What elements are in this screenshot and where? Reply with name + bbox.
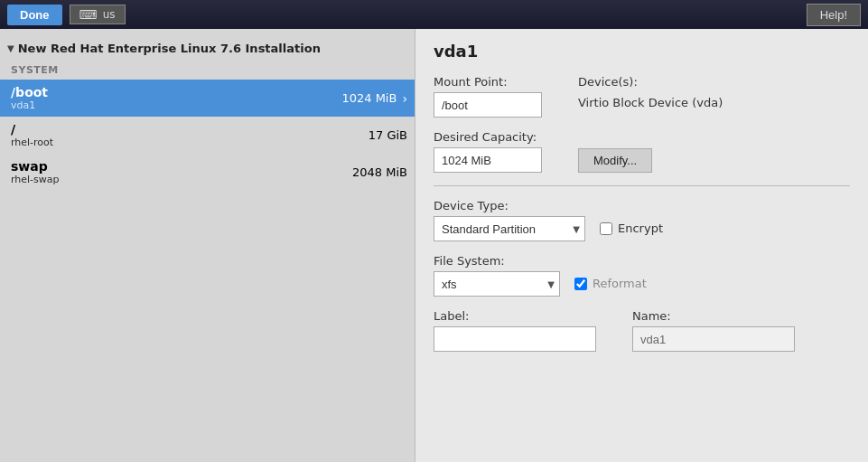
modify-button[interactable]: Modify... — [578, 148, 652, 173]
encrypt-label: Encrypt — [618, 222, 663, 235]
expand-icon: ▼ — [7, 43, 14, 53]
keyboard-indicator[interactable]: ⌨ us — [70, 5, 126, 24]
done-button[interactable]: Done — [7, 5, 62, 25]
filesystem-row: File System: xfs ext4 ext3 ext2 vfat swa… — [434, 254, 850, 297]
device-type-row: Device Type: Standard Partition LVM LVM … — [434, 199, 850, 241]
panel-title: vda1 — [434, 42, 850, 61]
reformat-row: Reformat — [574, 277, 647, 290]
desired-capacity-label: Desired Capacity: — [434, 130, 542, 144]
top-bar-left: Done ⌨ us — [7, 5, 126, 25]
partition-size-swap: 2048 MiB — [352, 165, 407, 179]
partition-item-root[interactable]: / rhel-root 17 GiB — [0, 117, 415, 154]
name-label: Name: — [632, 309, 795, 323]
name-input[interactable] — [632, 326, 795, 352]
encrypt-checkbox[interactable] — [600, 222, 612, 235]
reformat-label: Reformat — [593, 277, 647, 290]
keyboard-lang: us — [103, 8, 116, 21]
partition-item-boot[interactable]: /boot vda1 1024 MiB › — [0, 80, 415, 117]
installation-title: ▼ New Red Hat Enterprise Linux 7.6 Insta… — [0, 38, 415, 62]
right-panel: vda1 Mount Point: Device(s): Virtio Bloc… — [415, 29, 868, 462]
partition-size-root: 17 GiB — [369, 128, 407, 142]
left-panel: ▼ New Red Hat Enterprise Linux 7.6 Insta… — [0, 29, 415, 462]
partition-right-swap: 2048 MiB — [352, 165, 407, 179]
encrypt-row: Encrypt — [600, 222, 663, 235]
mount-point-label: Mount Point: — [434, 75, 542, 89]
divider — [434, 185, 850, 186]
device-type-group: Device Type: Standard Partition LVM LVM … — [434, 199, 585, 241]
partition-sub-root: rhel-root — [11, 137, 53, 148]
partition-name-root: / — [11, 122, 53, 137]
partition-info-root: / rhel-root — [11, 122, 53, 148]
capacity-row: Desired Capacity: Modify... — [434, 130, 850, 173]
desired-capacity-group: Desired Capacity: — [434, 130, 542, 173]
chevron-right-icon-boot: › — [402, 91, 407, 106]
partition-name-swap: swap — [11, 159, 60, 174]
partition-item-swap[interactable]: swap rhel-swap 2048 MiB — [0, 154, 415, 191]
mount-point-group: Mount Point: — [434, 75, 542, 118]
partition-right-root: 17 GiB — [369, 128, 407, 142]
partition-right-boot: 1024 MiB › — [341, 91, 407, 106]
partition-name-boot: /boot — [11, 85, 48, 99]
help-button[interactable]: Help! — [807, 4, 861, 26]
label-input[interactable] — [434, 326, 596, 352]
devices-group: Device(s): Virtio Block Device (vda) — [578, 75, 723, 118]
main-content: ▼ New Red Hat Enterprise Linux 7.6 Insta… — [0, 29, 868, 462]
device-type-label: Device Type: — [434, 199, 585, 212]
modify-group: Modify... — [578, 139, 652, 173]
mount-point-input[interactable] — [434, 92, 542, 118]
label-label: Label: — [434, 309, 596, 323]
partition-size-boot: 1024 MiB — [341, 91, 397, 105]
devices-value: Virtio Block Device (vda) — [578, 96, 723, 109]
devices-label: Device(s): — [578, 75, 723, 89]
device-type-select-wrapper: Standard Partition LVM LVM Thin Provisio… — [434, 216, 585, 241]
filesystem-group: File System: xfs ext4 ext3 ext2 vfat swa… — [434, 254, 560, 297]
mount-devices-row: Mount Point: Device(s): Virtio Block Dev… — [434, 75, 850, 118]
filesystem-select-wrapper: xfs ext4 ext3 ext2 vfat swap ▼ — [434, 271, 560, 297]
partition-sub-swap: rhel-swap — [11, 174, 60, 185]
system-section-header: SYSTEM — [0, 62, 415, 80]
reformat-checkbox[interactable] — [574, 278, 587, 290]
partition-info-swap: swap rhel-swap — [11, 159, 60, 185]
top-bar: Done ⌨ us Help! — [0, 0, 868, 29]
filesystem-label: File System: — [434, 254, 560, 268]
keyboard-icon: ⌨ — [79, 7, 98, 22]
label-group: Label: — [434, 309, 596, 352]
partition-info-boot: /boot vda1 — [11, 85, 48, 111]
partition-sub-boot: vda1 — [11, 99, 48, 111]
label-name-row: Label: Name: — [434, 309, 850, 352]
name-group: Name: — [632, 309, 795, 352]
filesystem-select[interactable]: xfs ext4 ext3 ext2 vfat swap — [434, 271, 560, 297]
desired-capacity-input[interactable] — [434, 147, 542, 173]
device-type-select[interactable]: Standard Partition LVM LVM Thin Provisio… — [434, 216, 585, 241]
